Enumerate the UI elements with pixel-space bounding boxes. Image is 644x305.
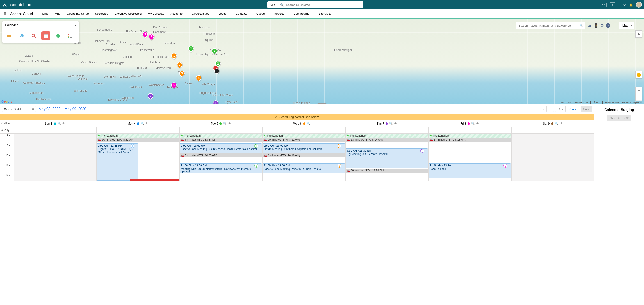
panel-collapse-icon[interactable]: ▴ [74, 23, 76, 27]
event-menu-icon[interactable]: ⋮ [342, 144, 344, 148]
start-flag[interactable]: The Langham [262, 134, 345, 138]
nav-tab-geopointe-setup[interactable]: Geopointe Setup [64, 10, 92, 18]
help-icon[interactable]: ? [618, 3, 620, 7]
event-menu-icon[interactable]: ⋮ [258, 144, 261, 148]
day-sun[interactable] [14, 134, 96, 181]
search-icon[interactable]: 🔍 [555, 122, 558, 125]
user-avatar[interactable] [636, 2, 642, 8]
zoom-in-icon[interactable]: ＋ [636, 87, 642, 94]
nav-tab-map[interactable]: Map [52, 10, 64, 18]
nav-tab-leads[interactable]: Leads⌄ [215, 10, 232, 18]
nav-tab-executive-scorecard[interactable]: Executive Scorecard [112, 10, 145, 18]
event-menu-icon[interactable]: ⋮ [342, 164, 344, 167]
setup-gear-icon[interactable]: ⚙ [623, 3, 626, 7]
nav-tab-site-visits[interactable]: Site Visits⌄ [315, 10, 337, 18]
prev-week-button[interactable]: ‹ [541, 106, 547, 112]
user-filter-pill[interactable]: Cassie Dodd ✕ [2, 106, 36, 112]
nav-tab-home[interactable]: Home [38, 10, 52, 18]
event-menu-icon[interactable]: ⋮ [258, 164, 261, 167]
zoom-out-icon[interactable]: − [636, 94, 642, 101]
search-icon[interactable]: 🔍 [223, 122, 227, 125]
map-type-picker[interactable]: Map ▾ [619, 22, 634, 29]
day-tue[interactable]: The Langham 🚗7 minutes (ETA: 8:08 AM) 9:… [179, 134, 262, 181]
nav-tab-accounts[interactable]: Accounts⌄ [167, 10, 188, 18]
nav-tab-contacts[interactable]: Contacts⌄ [232, 10, 253, 18]
eye-icon[interactable]: 👁 [312, 122, 314, 125]
start-flag[interactable]: The Langham [97, 134, 179, 138]
drive-segment[interactable]: 🚗17 minutes (ETA: 8:18 AM) [428, 138, 511, 142]
nav-tab-my-contests[interactable]: My Contests [145, 10, 167, 18]
event-menu-icon[interactable]: ⋮ [135, 144, 138, 148]
date-picker-button[interactable]: 🗓 ▾ [555, 106, 566, 112]
search-icon[interactable]: 🔍 [140, 122, 144, 125]
gear-icon[interactable]: ⚙ [600, 23, 604, 28]
eye-icon[interactable]: 👁 [146, 122, 148, 125]
eye-icon[interactable]: 👁 [476, 122, 479, 125]
conflict-indicator[interactable] [130, 179, 179, 181]
drive-segment[interactable]: 🚗13 minutes (ETA: 8:14 AM) [346, 138, 428, 142]
drive-segment[interactable]: 🚗20 minutes (ETA: 8:21 AM) [262, 138, 345, 142]
recenter-icon[interactable]: ➤ [636, 31, 642, 38]
drive-segment[interactable]: 🚗5 minutes (ETA: 10:05 AM) [180, 153, 262, 157]
event-meeting[interactable]: 9:00 AM - 10:00 AM 1⋮ Onsite Meeting - S… [262, 143, 345, 153]
search-scope-picker[interactable]: All ▾ [268, 1, 278, 8]
day-wed[interactable]: The Langham 🚗20 minutes (ETA: 8:21 AM) 9… [262, 134, 345, 181]
map-area[interactable]: SchaumburgElk Grove VillageDes PlainesEv… [0, 19, 644, 104]
event-meeting[interactable]: 11:00 AM - 12:00 PM 2⋮ Meeting with Bob … [180, 163, 262, 173]
favorites-button[interactable]: ★▾ [600, 3, 606, 7]
eye-icon[interactable]: 👁 [62, 122, 65, 125]
event-meeting[interactable]: 11:00 AM - 12:30 1⋮ Face To Face [428, 163, 511, 178]
nav-tab-opportunities[interactable]: Opportunities⌄ [188, 10, 215, 18]
pegman-icon[interactable]: ⬤ [636, 71, 642, 78]
close-icon[interactable]: ✕ [32, 107, 34, 111]
map-search-button[interactable] [29, 31, 38, 40]
start-flag[interactable]: The Langham [346, 134, 428, 138]
event-meeting[interactable]: 9:00 AM - 10:00 AM 1⋮ Face to Face Meeti… [180, 143, 262, 153]
eye-icon[interactable]: 👁 [394, 122, 397, 125]
nav-tab-scorecard[interactable]: Scorecard [92, 10, 112, 18]
app-launcher-icon[interactable]: ⠿ [2, 12, 8, 17]
cloud-icon[interactable]: ☁ [588, 23, 592, 28]
add-button[interactable]: ＋ [610, 3, 616, 7]
folder-button[interactable] [5, 31, 14, 40]
help-icon[interactable]: ? [606, 23, 610, 28]
drive-segment[interactable]: 🚗30 minutes (ETA: 8:31 AM) [97, 138, 179, 142]
directions-button[interactable] [54, 31, 63, 40]
search-icon[interactable]: 🔍 [58, 122, 61, 125]
event-meeting[interactable]: 11:00 AM - 12:00 PM 2⋮ Face to Face Meet… [262, 163, 345, 173]
eye-icon[interactable]: 👁 [228, 122, 231, 125]
next-week-button[interactable]: › [548, 106, 554, 112]
event-menu-icon[interactable]: ⋮ [424, 149, 427, 153]
day-mon[interactable]: The Langham 🚗30 minutes (ETA: 8:31 AM) 9… [96, 134, 179, 181]
list-button[interactable] [66, 31, 75, 40]
start-flag[interactable]: The Langham [428, 134, 511, 138]
event-menu-icon[interactable]: ⋮ [508, 164, 510, 167]
nav-tab-dashboards[interactable]: Dashboards⌄ [290, 10, 315, 18]
traffic-icon[interactable]: 🚦 [594, 23, 598, 28]
drive-segment[interactable]: 🚗29 minutes (ETA: 11:59 AM) [346, 169, 428, 173]
drive-segment[interactable]: 🚗8 minutes (ETA: 10:08 AM) [262, 153, 345, 157]
drive-segment[interactable]: 🚗7 minutes (ETA: 8:08 AM) [180, 138, 262, 142]
search-input[interactable] [286, 3, 361, 7]
event-meeting[interactable]: 9:30 AM - 11:30 AM 1⋮ Big Meeting - St. … [346, 148, 428, 168]
search-icon[interactable]: 🔍 [307, 122, 310, 125]
nav-tab-reports[interactable]: Reports⌄ [271, 10, 290, 18]
day-fri[interactable]: The Langham 🚗17 minutes (ETA: 8:18 AM) 1… [428, 134, 511, 181]
start-flag[interactable]: The Langham [180, 134, 262, 138]
calendar-button[interactable] [42, 31, 50, 40]
report-link[interactable]: Report a map error [622, 101, 643, 104]
event-flight[interactable]: 9:00 AM - 12:45 PM 1⋮ Flight SFO to ORD … [97, 143, 138, 181]
terms-link[interactable]: Terms of Use [605, 101, 620, 104]
eye-icon[interactable]: 👁 [560, 122, 563, 125]
search-icon[interactable]: 🔍 [579, 24, 583, 27]
notifications-icon[interactable]: 🔔 [629, 3, 633, 7]
search-icon[interactable]: 🔍 [389, 122, 393, 125]
layers-button[interactable] [17, 31, 26, 40]
day-thu[interactable]: The Langham 🚗13 minutes (ETA: 8:14 AM) 9… [346, 134, 428, 181]
close-button[interactable]: Close [567, 106, 579, 112]
map-search-input[interactable] [518, 24, 579, 28]
split-drag-handle[interactable] [318, 103, 326, 104]
search-icon[interactable]: 🔍 [471, 122, 475, 125]
day-sat[interactable] [511, 134, 594, 181]
nav-tab-cases[interactable]: Cases⌄ [253, 10, 271, 18]
